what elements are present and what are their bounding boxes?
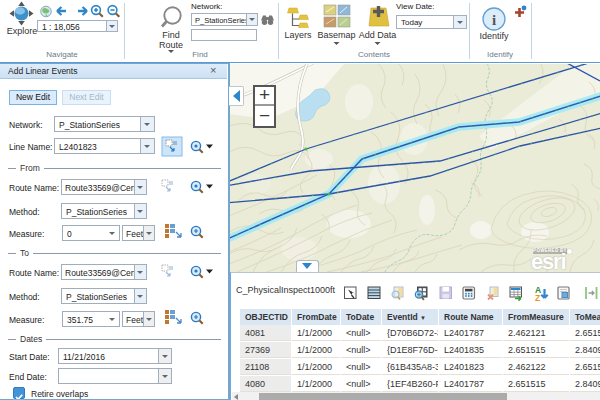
svg-text:Z: Z: [535, 293, 540, 303]
svg-text:i: i: [492, 12, 496, 28]
